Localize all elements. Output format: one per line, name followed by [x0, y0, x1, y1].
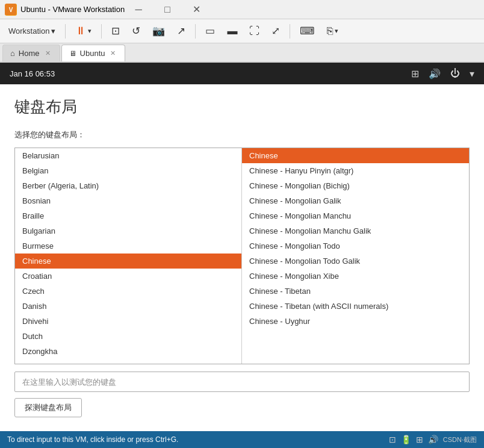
- keyboard-test-input[interactable]: 在这里输入以测试您的键盘: [14, 372, 470, 392]
- bottom-bar: To direct input to this VM, click inside…: [0, 431, 484, 448]
- left-list-item-chinese[interactable]: Chinese: [15, 254, 241, 269]
- console-button[interactable]: ⌨: [295, 22, 320, 40]
- right-list-item-mongolian_todo[interactable]: Chinese - Mongolian Todo: [242, 238, 469, 254]
- page-title: 键盘布局: [14, 96, 470, 117]
- vm-status-right: ⊞ 🔊 ⏻ ▾: [411, 68, 474, 79]
- left-list-item-belgian[interactable]: Belgian: [15, 163, 241, 178]
- workstation-menu-button[interactable]: Workstation ▾: [4, 22, 60, 40]
- watermark: CSDN·截图: [443, 435, 477, 444]
- bottom-bar-message: To direct input to this VM, click inside…: [7, 435, 178, 444]
- left-list-item-belarusian[interactable]: Belarusian: [15, 148, 241, 163]
- right-list-item-mongolian_bichig[interactable]: Chinese - Mongolian (Bichig): [242, 178, 469, 193]
- toolbar-separator-2: [101, 24, 102, 39]
- maximize-button[interactable]: □: [154, 1, 181, 19]
- right-list-item-mongolian_todo_galik[interactable]: Chinese - Mongolian Todo Galik: [242, 254, 469, 269]
- vm-datetime: Jan 16 06:53: [10, 69, 55, 78]
- view-button-2[interactable]: ▬: [222, 22, 242, 40]
- home-tab-label: Home: [19, 49, 40, 58]
- pause-dropdown-icon: ▾: [88, 27, 92, 35]
- share-button[interactable]: ↗: [172, 22, 190, 40]
- power-icon[interactable]: ⏻: [450, 68, 460, 79]
- right-list-item-chinese_base[interactable]: Chinese: [242, 148, 469, 163]
- bottom-icon-1[interactable]: ⊡: [389, 435, 396, 444]
- screenshot-button[interactable]: ⊡: [107, 22, 125, 40]
- minimize-button[interactable]: ─: [125, 1, 152, 19]
- fullscreen-icon: ⛶: [249, 25, 259, 37]
- bottom-icon-2[interactable]: 🔋: [401, 435, 411, 444]
- screenshot-icon: ⊡: [111, 25, 120, 37]
- network-icon[interactable]: ⊞: [411, 68, 419, 79]
- revert-button[interactable]: ↺: [127, 22, 145, 40]
- detect-keyboard-button[interactable]: 探测键盘布局: [14, 398, 82, 417]
- left-list-item-bulgarian[interactable]: Bulgarian: [15, 223, 241, 238]
- view-button-1[interactable]: ▭: [200, 22, 220, 40]
- left-list-item-czech[interactable]: Czech: [15, 284, 241, 299]
- left-list-item-croatian[interactable]: Croatian: [15, 269, 241, 284]
- revert-icon: ↺: [132, 25, 140, 37]
- home-tab-close[interactable]: ✕: [43, 49, 52, 58]
- subtitle: 选择您的键盘布局：: [14, 129, 470, 140]
- send-icon: ⎘: [327, 25, 333, 37]
- app-icon: V: [5, 4, 17, 16]
- toolbar: Workstation ▾ ⏸ ▾ ⊡ ↺ 📷 ↗ ▭ ▬ ⛶ ⤢ ⌨ ⎘ ▾: [0, 19, 484, 43]
- left-list-item-burmese[interactable]: Burmese: [15, 238, 241, 254]
- fullscreen-button[interactable]: ⛶: [244, 22, 264, 40]
- keyboard-test-placeholder: 在这里输入以测试您的键盘: [22, 378, 116, 387]
- right-list-item-hanyu_pinyin[interactable]: Chinese - Hanyu Pinyin (altgr): [242, 163, 469, 178]
- stretch-icon: ⤢: [271, 25, 280, 37]
- pause-button[interactable]: ⏸ ▾: [70, 22, 96, 40]
- right-list-item-uyghur[interactable]: Chinese - Uyghur: [242, 314, 469, 329]
- bottom-icon-3[interactable]: ⊞: [416, 435, 423, 444]
- svg-text:V: V: [9, 7, 13, 13]
- home-tab-icon: ⌂: [10, 49, 15, 58]
- toolbar-separator-1: [65, 24, 66, 39]
- send-button[interactable]: ⎘ ▾: [322, 22, 343, 40]
- left-list-item-dutch[interactable]: Dutch: [15, 329, 241, 344]
- close-button[interactable]: ✕: [182, 1, 210, 19]
- tab-ubuntu[interactable]: 🖥 Ubuntu ✕: [61, 45, 126, 61]
- left-list-item-dzongkha[interactable]: Dzongkha: [15, 344, 241, 359]
- ubuntu-tab-icon: 🖥: [69, 49, 76, 58]
- vm-status-bar: Jan 16 06:53 ⊞ 🔊 ⏻ ▾: [0, 63, 484, 84]
- keyboard-left-list[interactable]: BelarusianBelgianBerber (Algeria, Latin)…: [15, 148, 242, 364]
- left-list-item-bosnian[interactable]: Bosnian: [15, 193, 241, 208]
- snapshot-button[interactable]: 📷: [147, 22, 170, 40]
- toolbar-separator-4: [290, 24, 290, 39]
- right-list-item-mongolian_manchu_galik[interactable]: Chinese - Mongolian Manchu Galik: [242, 223, 469, 238]
- right-list-item-mongolian_manchu[interactable]: Chinese - Mongolian Manchu: [242, 208, 469, 223]
- left-list-item-english_au[interactable]: English (Australian): [15, 359, 241, 364]
- arrow-down-icon[interactable]: ▾: [470, 68, 474, 79]
- keyboard-layout-selector: BelarusianBelgianBerber (Algeria, Latin)…: [14, 148, 470, 364]
- volume-icon[interactable]: 🔊: [429, 68, 441, 79]
- bottom-bar-right: ⊡ 🔋 ⊞ 🔊 CSDN·截图: [389, 435, 477, 444]
- ubuntu-tab-label: Ubuntu: [80, 49, 105, 58]
- title-bar: V Ubuntu - VMware Workstation ─ □ ✕: [0, 0, 484, 19]
- send-dropdown-icon: ▾: [335, 27, 338, 35]
- detect-button-label: 探测键盘布局: [25, 403, 72, 412]
- left-list-item-berber[interactable]: Berber (Algeria, Latin): [15, 178, 241, 193]
- main-area: Jan 16 06:53 ⊞ 🔊 ⏻ ▾ 键盘布局 选择您的键盘布局： Bela…: [0, 63, 484, 431]
- bottom-icon-4[interactable]: 🔊: [428, 435, 438, 444]
- workstation-label: Workstation: [8, 26, 49, 36]
- keyboard-right-list[interactable]: ChineseChinese - Hanyu Pinyin (altgr)Chi…: [242, 148, 469, 364]
- view-icon-2: ▬: [227, 25, 237, 37]
- right-list-item-tibetan[interactable]: Chinese - Tibetan: [242, 284, 469, 299]
- right-list-item-mongolian_xibe[interactable]: Chinese - Mongolian Xibe: [242, 269, 469, 284]
- pause-icon: ⏸: [75, 25, 86, 37]
- stretch-button[interactable]: ⤢: [267, 22, 285, 40]
- window-controls: ─ □ ✕: [125, 1, 210, 19]
- tab-home[interactable]: ⌂ Home ✕: [2, 45, 60, 61]
- vm-content: 键盘布局 选择您的键盘布局： BelarusianBelgianBerber (…: [0, 84, 484, 431]
- tab-bar: ⌂ Home ✕ 🖥 Ubuntu ✕: [0, 43, 484, 63]
- toolbar-separator-3: [195, 24, 196, 39]
- window-title: Ubuntu - VMware Workstation: [20, 5, 125, 14]
- left-list-item-dhivehi[interactable]: Dhivehi: [15, 314, 241, 329]
- snapshot-icon: 📷: [152, 25, 165, 37]
- right-list-item-mongolian_galik[interactable]: Chinese - Mongolian Galik: [242, 193, 469, 208]
- left-list-item-braille[interactable]: Braille: [15, 208, 241, 223]
- view-icon-1: ▭: [205, 25, 215, 37]
- ubuntu-tab-close[interactable]: ✕: [108, 49, 117, 58]
- left-list-item-danish[interactable]: Danish: [15, 299, 241, 314]
- right-list-item-tibetan_ascii[interactable]: Chinese - Tibetan (with ASCII numerals): [242, 299, 469, 314]
- console-icon: ⌨: [300, 25, 315, 37]
